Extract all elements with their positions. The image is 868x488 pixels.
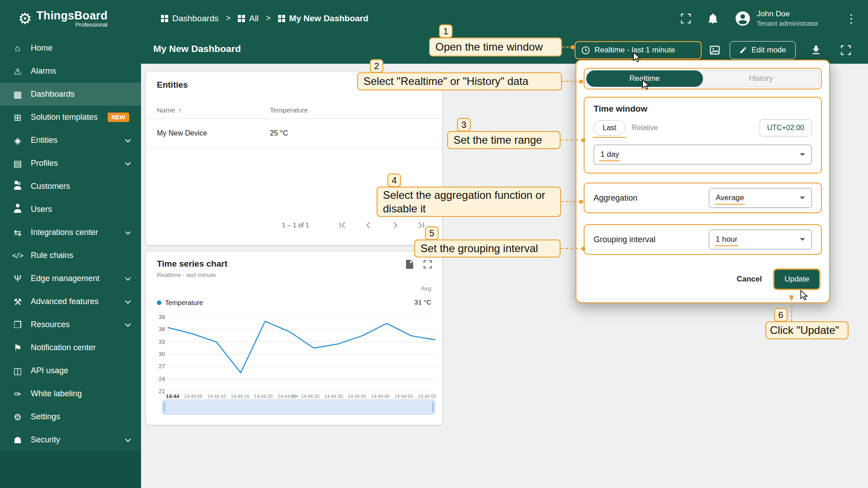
entities-widget: Entities Name ↑ Temperature My New Devic…	[146, 72, 442, 245]
annotation-set-time-range: Set the time range	[447, 131, 561, 149]
sidebar-item-settings[interactable]: ⚙Settings	[0, 405, 141, 428]
sidebar-item-advanced-features[interactable]: ⚒Advanced features	[0, 290, 141, 313]
chevron-down-icon	[125, 229, 131, 235]
annotation-set-grouping-interval: Set the grouping interval	[414, 239, 561, 258]
brand-name: ThingsBoard	[36, 9, 107, 22]
time-range-select[interactable]: 1 day	[594, 145, 812, 164]
cell-device-name: My New Device	[157, 129, 270, 137]
dashboards-icon: ▦	[12, 89, 24, 100]
new-badge: NEW	[108, 113, 129, 122]
x-tick-label: 14:44:20	[254, 394, 273, 399]
avg-value: 31 °C	[414, 298, 431, 306]
edit-mode-button[interactable]: Edit mode	[730, 41, 796, 59]
y-tick-label: 24	[159, 376, 165, 382]
y-tick-label: 30	[159, 351, 165, 357]
sidebar-item-alarms[interactable]: ⚠Alarms	[0, 60, 141, 83]
brand-subtitle: Professional	[36, 21, 107, 28]
sidebar-item-resources[interactable]: ❒Resources	[0, 313, 141, 336]
dashboard-fullscreen-icon[interactable]	[840, 44, 852, 56]
sidebar-item-integrations-center[interactable]: ⇆Integrations center	[0, 221, 141, 244]
last-toggle[interactable]: Last	[594, 120, 625, 136]
more-menu-icon[interactable]: ⋮	[845, 13, 857, 24]
realtime-history-tabs: Realtime History	[586, 70, 820, 87]
chart-overview-scrollbar[interactable]	[162, 399, 435, 415]
advanced-features-icon: ⚒	[12, 296, 24, 307]
timezone-button[interactable]: UTC+02:00	[760, 119, 812, 136]
sidebar-item-dashboards[interactable]: ▦Dashboards	[0, 83, 141, 106]
annotation-step-number: 6	[774, 308, 788, 322]
user-name: John Doe	[757, 9, 818, 19]
user-avatar[interactable]	[734, 10, 751, 27]
page-title: My New Dashboard	[153, 43, 241, 54]
top-header: ⚙ ThingsBoard Professional Dashboards > …	[0, 0, 868, 37]
customers-icon	[12, 180, 24, 192]
y-tick-label: 27	[159, 363, 165, 370]
grouping-interval-value: 1 hour	[716, 235, 737, 244]
table-row[interactable]: My New Device 25 °C	[146, 119, 442, 148]
chart-legend[interactable]: Temperature	[157, 299, 203, 306]
chevron-down-icon	[800, 238, 805, 241]
first-page-icon[interactable]	[337, 220, 348, 231]
breadcrumb: Dashboards > All > My New Dashboard	[161, 14, 368, 23]
tab-history[interactable]: History	[703, 70, 820, 87]
sidebar-item-customers[interactable]: Customers	[0, 175, 141, 198]
sidebar-item-profiles[interactable]: ▤Profiles	[0, 152, 141, 175]
chart-subtitle: Realtime - last minute	[157, 272, 216, 278]
app-logo[interactable]: ⚙ ThingsBoard Professional	[0, 9, 141, 28]
legend-dot-icon	[157, 300, 161, 305]
sidebar-item-edge-management[interactable]: ΨEdge management	[0, 267, 141, 290]
chevron-down-icon	[800, 153, 805, 156]
y-tick-label: 21	[159, 388, 165, 394]
background-image-icon[interactable]	[709, 44, 721, 56]
previous-page-icon[interactable]	[363, 220, 374, 231]
column-header-temperature[interactable]: Temperature	[270, 106, 308, 114]
sidebar-footer	[0, 451, 141, 488]
x-tick-label: 14:44:15	[231, 394, 250, 399]
profiles-icon: ▤	[12, 158, 24, 169]
sidebar-item-solution-templates[interactable]: ⊞Solution templatesNEW	[0, 106, 141, 129]
aggregation-value: Average	[716, 193, 744, 202]
chevron-down-icon	[800, 197, 805, 199]
fullscreen-icon[interactable]	[680, 13, 692, 24]
column-header-name[interactable]: Name ↑	[157, 106, 270, 114]
update-button[interactable]: Update	[774, 270, 819, 289]
sidebar-item-white-labeling[interactable]: ✑White labeling	[0, 382, 141, 405]
users-icon	[12, 203, 24, 216]
relative-toggle[interactable]: Relative	[625, 121, 664, 135]
sidebar-item-notification-center[interactable]: ⚑Notification center	[0, 336, 141, 359]
annotation-step-number: 1	[439, 24, 453, 38]
breadcrumb-current[interactable]: My New Dashboard	[278, 14, 368, 23]
avg-label: Avg	[421, 285, 431, 292]
sidebar-item-api-usage[interactable]: ◫API usage	[0, 359, 141, 382]
cursor-icon	[799, 290, 809, 301]
next-page-icon[interactable]	[389, 220, 401, 231]
widget-fullscreen-icon[interactable]	[422, 259, 433, 270]
screen: ⚙ ThingsBoard Professional Dashboards > …	[0, 0, 868, 488]
annotation-step-number: 4	[387, 174, 401, 187]
resources-icon: ❒	[12, 319, 24, 330]
grouping-interval-select[interactable]: 1 hour	[709, 230, 812, 249]
notifications-bell-icon[interactable]	[707, 13, 719, 24]
x-tick-label: 14:44:50	[394, 394, 413, 399]
user-role: Tenant administrator	[757, 19, 818, 27]
sidebar-item-home[interactable]: ⌂Home	[0, 37, 141, 60]
aggregation-select[interactable]: Average	[709, 188, 812, 208]
chevron-down-icon	[125, 275, 131, 281]
export-file-icon[interactable]	[404, 259, 415, 270]
sidebar-item-security[interactable]: ☗Security	[0, 428, 141, 451]
x-tick-label: 14:44:35	[324, 394, 343, 399]
download-icon[interactable]	[810, 44, 822, 56]
sidebar-item-rule-chains[interactable]: </>Rule chains	[0, 244, 141, 267]
chevron-down-icon	[125, 137, 131, 143]
security-icon: ☗	[12, 435, 24, 446]
sidebar-item-entities[interactable]: ◈Entities	[0, 129, 141, 152]
connector-dot	[579, 200, 583, 204]
entities-icon: ◈	[12, 135, 24, 146]
drag-handle[interactable]	[290, 395, 298, 397]
cancel-button[interactable]: Cancel	[736, 275, 762, 284]
breadcrumb-all[interactable]: All	[238, 14, 259, 23]
user-info[interactable]: John Doe Tenant administrator	[757, 9, 818, 27]
grouping-interval-label: Grouping interval	[594, 235, 656, 244]
sidebar-item-users[interactable]: Users	[0, 198, 141, 221]
breadcrumb-dashboards[interactable]: Dashboards	[161, 14, 218, 23]
